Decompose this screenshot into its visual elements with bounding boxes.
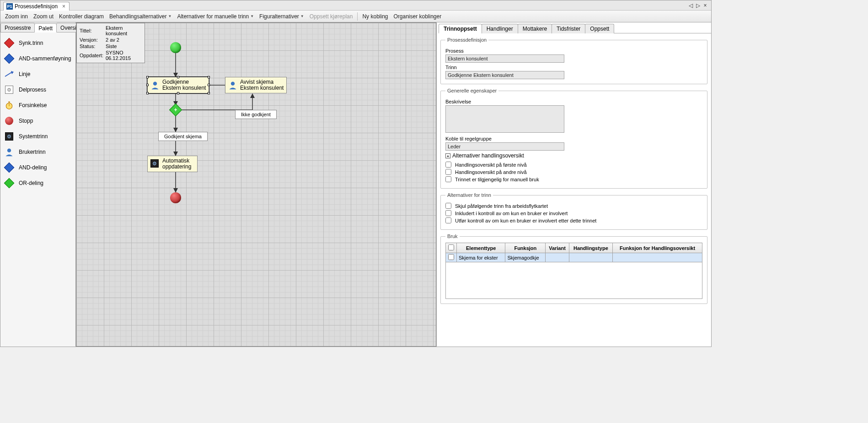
title-bar: P1 Prosessdefinisjon × ◁ ▷ × <box>0 0 711 11</box>
info-version: 2 av 2 <box>106 37 142 43</box>
diamond-blue-icon <box>4 54 14 64</box>
group-step-alternatives: Alternativer for trinn Skjul påfølgende … <box>440 192 707 230</box>
cell-function: Skjemagodkje <box>505 253 546 262</box>
chk-label: Trinnet er tilgjengelig for manuell bruk <box>455 177 539 182</box>
stop-node[interactable] <box>170 192 181 203</box>
tab-recipients[interactable]: Mottakere <box>518 24 552 33</box>
select-all-checkbox[interactable] <box>448 244 454 250</box>
grid-header-function[interactable]: Funksjon <box>505 243 546 253</box>
node-auto-update[interactable]: ⚙ Automatiskoppdatering <box>147 156 198 172</box>
zoom-out-button[interactable]: Zoom ut <box>31 12 56 21</box>
palette-user-step[interactable]: Brukertrinn <box>0 144 75 160</box>
grid-header-func-overview[interactable]: Funksjon for Handlingsoversikt <box>613 243 702 253</box>
palette-line[interactable]: Linje <box>0 66 75 82</box>
grid-header-check[interactable] <box>446 243 457 253</box>
toolbar-separator <box>357 12 358 21</box>
svg-point-5 <box>7 149 11 152</box>
chk-included-single-user[interactable] <box>445 210 451 216</box>
palette-stop[interactable]: Stopp <box>0 113 75 129</box>
figure-alternatives-menu[interactable]: Figuralternativer▼ <box>257 12 307 21</box>
collapse-icon: ▲ <box>445 153 450 158</box>
palette-label: OR-deling <box>19 180 43 186</box>
label-not-approved[interactable]: Ikke godkjent <box>235 110 277 119</box>
process-field: Ekstern konsulent <box>445 54 564 63</box>
forward-icon[interactable]: ▷ <box>695 2 701 9</box>
table-row[interactable]: Skjema for ekster Skjemagodkje <box>446 253 702 262</box>
cell-variant <box>546 253 569 262</box>
back-icon[interactable]: ◁ <box>687 2 694 9</box>
line-icon <box>4 69 14 79</box>
row-checkbox[interactable] <box>448 254 454 260</box>
chk-manual-use[interactable] <box>445 176 451 182</box>
chevron-down-icon: ▼ <box>300 14 304 18</box>
close-window-icon[interactable]: × <box>702 2 708 9</box>
chevron-down-icon: ▼ <box>250 14 254 18</box>
left-panel: Prosesstre Palett Oversikt Synk.trinn AN… <box>0 22 76 347</box>
svg-point-13 <box>231 82 235 86</box>
tab-process-tree[interactable]: Prosesstre <box>0 23 35 32</box>
label-approved[interactable]: Godkjent skjema <box>158 132 208 141</box>
grid-header-actiontype[interactable]: Handlingstype <box>569 243 612 253</box>
group-general-properties: Generelle egenskaper Beskrivelse Koble t… <box>440 88 707 189</box>
toolbar: Zoom inn Zoom ut Kontroller diagram Beha… <box>0 11 711 22</box>
palette-label: Synk.trinn <box>19 40 43 46</box>
document-tab[interactable]: P1 Prosessdefinisjon × <box>3 2 70 11</box>
group-use: Bruk Elementtype Funksjon Variant Handli… <box>440 233 707 304</box>
use-grid[interactable]: Elementtype Funksjon Variant Handlingsty… <box>445 243 702 262</box>
palette-and-join[interactable]: AND-sammenføyning <box>0 51 75 66</box>
properties-tabs: Trinnoppsett Handlinger Mottakere Tidsfr… <box>439 23 711 33</box>
tab-setup[interactable]: Oppsett <box>585 24 614 33</box>
close-tab-icon[interactable]: × <box>62 3 65 10</box>
info-title-label: Tittel: <box>80 25 105 36</box>
cell-func-overview <box>613 253 702 262</box>
chk-hide-next[interactable] <box>445 203 451 209</box>
palette-and-split[interactable]: AND-deling <box>0 160 75 175</box>
toolbar-label: Alternativer for manuelle trinn <box>177 13 249 20</box>
treatment-alternatives-menu[interactable]: Behandlingsalternativer▼ <box>107 12 174 21</box>
tab-deadlines[interactable]: Tidsfrister <box>552 24 585 33</box>
palette-delay[interactable]: Forsinkelse <box>0 98 75 113</box>
palette-label: Stopp <box>19 118 33 124</box>
user-icon <box>4 147 14 157</box>
tab-step-setup[interactable]: Trinnoppsett <box>439 24 482 33</box>
diagram-canvas[interactable]: Tittel:Ekstern konsulent Versjon:2 av 2 … <box>76 22 436 347</box>
node-rejected[interactable]: Avvist skjemaEkstern konsulent <box>225 77 287 93</box>
grid-header-elementtype[interactable]: Elementtype <box>457 243 505 253</box>
node-label: Automatiskoppdatering <box>162 158 191 170</box>
control-diagram-button[interactable]: Kontroller diagram <box>56 12 107 21</box>
start-node[interactable] <box>170 42 181 53</box>
palette-or-split[interactable]: OR-deling <box>0 175 75 191</box>
chevron-down-icon: ▼ <box>168 14 172 18</box>
chk-second-level[interactable] <box>445 169 451 175</box>
chk-first-level[interactable] <box>445 162 451 168</box>
node-approve[interactable]: GodkjenneEkstern konsulent <box>147 77 209 93</box>
palette-subprocess[interactable]: ⚙Delprosess <box>0 82 75 98</box>
info-updated-label: Oppdatert: <box>80 50 105 61</box>
canvas-wrap: Tittel:Ekstern konsulent Versjon:2 av 2 … <box>76 22 437 347</box>
document-tab-label: Prosessdefinisjon <box>15 3 58 10</box>
palette-sync-step[interactable]: Synk.trinn <box>0 35 75 51</box>
legend: Alternativer for trinn <box>445 192 493 198</box>
chk-perform-single-user[interactable] <box>445 217 451 223</box>
description-input[interactable] <box>445 105 564 133</box>
zoom-in-button[interactable]: Zoom inn <box>2 12 31 21</box>
field-label: Koble til regelgruppe <box>445 136 702 141</box>
palette-system-step[interactable]: ⚙Systemtrinn <box>0 129 75 144</box>
gateway-node[interactable] <box>169 103 182 116</box>
chk-label: Skjul påfølgende trinn fra arbeidsflytka… <box>455 203 548 209</box>
tab-palette[interactable]: Palett <box>34 23 57 33</box>
palette-label: AND-deling <box>19 164 47 171</box>
rule-group-field[interactable]: Leder <box>445 142 564 151</box>
tab-actions[interactable]: Handlinger <box>482 24 518 33</box>
new-coupling-button[interactable]: Ny kobling <box>359 12 391 21</box>
palette-label: Linje <box>19 71 30 77</box>
group-process-definition: Prosessdefinisjon Prosess Ekstern konsul… <box>440 37 707 84</box>
collapser-action-overview[interactable]: ▲ Alternativer handlingsoversikt <box>445 152 702 159</box>
organize-couplings-button[interactable]: Organiser koblinger <box>391 12 444 21</box>
user-icon <box>228 81 237 90</box>
app-icon: P1 <box>6 3 13 10</box>
manual-step-alternatives-menu[interactable]: Alternativer for manuelle trinn▼ <box>174 12 257 21</box>
grid-header-variant[interactable]: Variant <box>546 243 569 253</box>
connector-arrows <box>76 23 436 346</box>
info-version-label: Versjon: <box>80 37 105 43</box>
